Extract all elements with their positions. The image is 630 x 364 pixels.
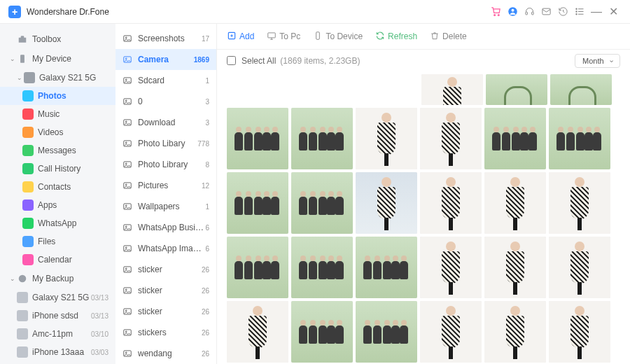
photo-thumb[interactable]	[486, 74, 547, 105]
backup-item[interactable]: iPhone 12 mini03/03	[0, 361, 115, 364]
title-bar: + Wondershare Dr.Fone — ✕	[0, 0, 630, 24]
folder-count: 6	[205, 245, 209, 253]
photo-thumb[interactable]	[484, 172, 546, 234]
user-icon[interactable]	[504, 4, 521, 20]
select-all-checkbox[interactable]	[227, 56, 236, 65]
photo-thumb[interactable]	[227, 172, 288, 234]
add-button[interactable]: Add	[227, 31, 254, 43]
photo-thumb[interactable]	[484, 301, 546, 363]
folder-item[interactable]: sticker26	[115, 301, 216, 322]
photo-thumb[interactable]	[227, 301, 288, 363]
to-device-button[interactable]: To Device	[313, 31, 363, 43]
photo-thumb[interactable]	[420, 172, 482, 234]
sidebar-item-label: Contacts	[38, 182, 71, 192]
image-folder-icon	[122, 265, 132, 274]
sidebar-mybackup[interactable]: ⌄ My Backup	[0, 269, 115, 288]
sidebar-label: Toolbox	[32, 34, 61, 44]
select-bar: Select All (1869 items, 2.23GB) Month	[217, 49, 630, 71]
delete-button[interactable]: Delete	[430, 31, 467, 43]
folder-item[interactable]: 03	[115, 91, 216, 112]
folder-item[interactable]: Pictures12	[115, 175, 216, 196]
sidebar-toolbox[interactable]: Toolbox	[0, 29, 115, 49]
photo-thumb[interactable]	[550, 74, 612, 105]
folder-item[interactable]: Photo Libary778	[115, 133, 216, 154]
minimize-button[interactable]: —	[588, 4, 605, 20]
folder-item[interactable]: Download3	[115, 112, 216, 133]
refresh-button[interactable]: Refresh	[375, 31, 417, 43]
folder-item[interactable]: WhatsApp Busin...6	[115, 217, 216, 238]
photo-thumb[interactable]	[291, 108, 353, 169]
sidebar-device[interactable]: ⌄ Galaxy S21 5G	[0, 69, 115, 87]
folder-item[interactable]: wendang26	[115, 343, 216, 364]
sidebar-item-files[interactable]: Files	[0, 232, 115, 251]
photo-thumb[interactable]	[549, 108, 610, 169]
image-folder-icon	[122, 181, 132, 190]
svg-point-33	[125, 247, 127, 248]
folder-item[interactable]: WhatsApp Images6	[115, 238, 216, 259]
photo-thumb[interactable]	[484, 108, 546, 169]
svg-point-0	[493, 15, 495, 16]
close-button[interactable]: ✕	[605, 4, 622, 20]
photo-thumb[interactable]	[549, 237, 610, 298]
sidebar-item-videos[interactable]: Videos	[0, 123, 115, 141]
photo-thumb[interactable]	[484, 237, 546, 298]
photo-thumb[interactable]	[356, 172, 417, 234]
folder-item[interactable]: Photo Library8	[115, 154, 216, 175]
folder-item[interactable]: stickers26	[115, 322, 216, 343]
photo-thumb[interactable]	[356, 108, 417, 169]
folder-count: 26	[202, 266, 209, 274]
headset-icon[interactable]	[521, 4, 538, 20]
photo-thumb[interactable]	[356, 237, 417, 298]
sidebar-item-call-history[interactable]: Call History	[0, 160, 115, 178]
folder-item[interactable]: sticker26	[115, 280, 216, 301]
svg-rect-4	[525, 12, 527, 15]
folder-label: wendang	[138, 349, 202, 358]
photo-thumb[interactable]	[549, 172, 610, 234]
menu-icon[interactable]	[571, 4, 588, 20]
photo-thumb[interactable]	[421, 74, 483, 105]
photo-thumb[interactable]	[291, 172, 353, 234]
svg-point-23	[125, 142, 127, 144]
mail-icon[interactable]	[538, 4, 554, 20]
image-folder-icon	[122, 97, 132, 106]
photo-thumb[interactable]	[549, 301, 610, 363]
group-select[interactable]: Month	[575, 54, 620, 68]
photo-thumb[interactable]	[420, 237, 482, 298]
photo-thumb[interactable]	[420, 301, 482, 363]
sidebar-label: Galaxy S21 5G	[39, 73, 96, 83]
cart-icon[interactable]	[487, 4, 504, 20]
sidebar-item-contacts[interactable]: Contacts	[0, 178, 115, 196]
folder-item[interactable]: Sdcard1	[115, 70, 216, 91]
photo-thumb[interactable]	[291, 237, 353, 298]
photo-thumb[interactable]	[356, 301, 417, 363]
to-pc-button[interactable]: To Pc	[267, 31, 300, 43]
backup-item[interactable]: Galaxy S21 5G03/13	[0, 288, 115, 307]
sidebar-mydevice[interactable]: ⌄ My Device	[0, 49, 115, 69]
folder-label: Wallpapers	[138, 202, 205, 211]
image-folder-icon	[122, 76, 132, 85]
backup-item[interactable]: iPhone sdsd03/13	[0, 307, 115, 325]
sidebar-item-whatsapp[interactable]: WhatsApp	[0, 214, 115, 232]
sidebar-item-calendar[interactable]: Calendar	[0, 251, 115, 269]
sidebar-item-photos[interactable]: Photos	[0, 87, 115, 105]
history-icon[interactable]	[554, 4, 571, 20]
sidebar-item-label: Music	[38, 109, 59, 119]
photo-thumb[interactable]	[227, 237, 288, 298]
backup-item[interactable]: iPhone 13aaa03/03	[0, 343, 115, 361]
photo-thumb[interactable]	[227, 108, 288, 169]
sidebar-item-apps[interactable]: Apps	[0, 196, 115, 214]
folder-item[interactable]: sticker26	[115, 259, 216, 280]
backup-item[interactable]: Amc-11pm03/10	[0, 325, 115, 343]
folder-item[interactable]: Camera1869	[115, 49, 216, 70]
photo-thumb[interactable]	[420, 108, 482, 169]
photo-grid[interactable]	[217, 71, 630, 364]
app-icon	[22, 163, 34, 174]
photo-thumb[interactable]	[291, 301, 353, 363]
backup-date: 03/03	[91, 349, 108, 356]
sidebar-item-messages[interactable]: Messages	[0, 141, 115, 160]
folder-item[interactable]: Screenshots17	[115, 28, 216, 49]
folder-count: 26	[202, 350, 209, 358]
folder-item[interactable]: Wallpapers1	[115, 196, 216, 217]
sidebar-item-music[interactable]: Music	[0, 105, 115, 123]
svg-point-7	[575, 8, 576, 9]
